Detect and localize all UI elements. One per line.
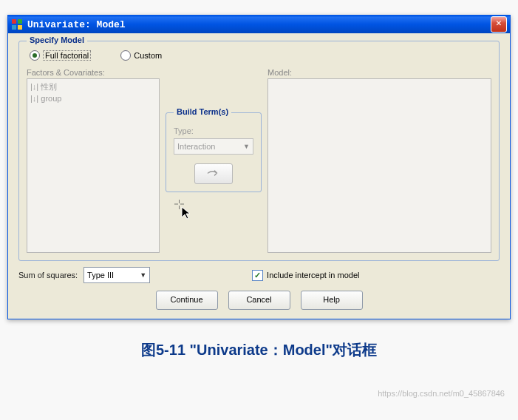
factor-icon: |↓|: [30, 94, 38, 103]
radio-icon: [30, 50, 40, 61]
factor-icon: |↓|: [30, 82, 38, 91]
model-type-radios: Full factorial Custom: [30, 50, 491, 61]
checkbox-icon: [252, 270, 263, 281]
svg-rect-3: [18, 25, 22, 30]
help-button[interactable]: Help: [301, 291, 363, 310]
chevron-down-icon: ▼: [243, 143, 250, 150]
type-label: Type:: [174, 126, 253, 135]
build-terms-group: Build Term(s) Type: Interaction ▼: [166, 112, 262, 192]
build-terms-column: Build Term(s) Type: Interaction ▼: [166, 68, 262, 192]
intercept-option[interactable]: Include intercept in model: [252, 270, 359, 281]
titlebar[interactable]: Univariate: Model ✕: [8, 16, 510, 33]
dialog-buttons: Continue Cancel Help: [18, 291, 500, 310]
sum-of-squares-label: Sum of squares:: [18, 271, 78, 280]
add-term-button[interactable]: [194, 163, 233, 184]
svg-rect-0: [12, 19, 16, 24]
dialog-content: Specify Model Full factorial Custom Fact…: [8, 33, 510, 319]
factors-listbox[interactable]: |↓| 性别 |↓| group: [27, 78, 160, 253]
list-item[interactable]: |↓| group: [29, 93, 157, 104]
app-icon: [11, 18, 23, 30]
build-terms-legend: Build Term(s): [174, 107, 231, 116]
sum-of-squares-combo[interactable]: Type III ▼: [84, 267, 150, 283]
specify-model-group: Specify Model Full factorial Custom Fact…: [18, 41, 500, 261]
model-listbox[interactable]: [267, 78, 491, 253]
type-combo[interactable]: Interaction ▼: [174, 138, 253, 155]
list-item[interactable]: |↓| 性别: [29, 81, 157, 93]
watermark-text: https://blog.csdn.net/m0_45867846: [378, 389, 505, 398]
chevron-down-icon: ▼: [140, 271, 146, 279]
cancel-button[interactable]: Cancel: [228, 291, 290, 310]
model-label: Model:: [267, 68, 491, 77]
factors-column: Factors & Covariates: |↓| 性别 |↓| group: [27, 68, 160, 253]
close-icon: ✕: [496, 18, 502, 29]
arrow-right-icon: [207, 168, 220, 180]
dialog-window: Univariate: Model ✕ Specify Model Full f…: [7, 15, 511, 319]
specify-model-legend: Specify Model: [27, 35, 87, 44]
svg-rect-1: [18, 19, 22, 24]
bottom-options-row: Sum of squares: Type III ▼ Include inter…: [18, 267, 500, 283]
radio-icon: [120, 50, 131, 61]
close-button[interactable]: ✕: [491, 16, 507, 33]
window-title: Univariate: Model: [27, 19, 491, 30]
svg-rect-2: [12, 25, 16, 30]
radio-custom[interactable]: Custom: [120, 50, 162, 61]
continue-button[interactable]: Continue: [156, 291, 218, 310]
type-value: Interaction: [177, 142, 215, 151]
model-column: Model:: [267, 68, 491, 253]
ss-value: Type III: [87, 271, 114, 280]
factors-label: Factors & Covariates:: [27, 68, 160, 77]
radio-label-custom: Custom: [134, 51, 162, 60]
radio-full-factorial[interactable]: Full factorial: [30, 50, 91, 61]
figure-caption: 图5-11 "Univariate：Model"对话框: [0, 340, 518, 360]
radio-label-full-factorial: Full factorial: [43, 50, 91, 61]
intercept-label: Include intercept in model: [267, 271, 359, 280]
